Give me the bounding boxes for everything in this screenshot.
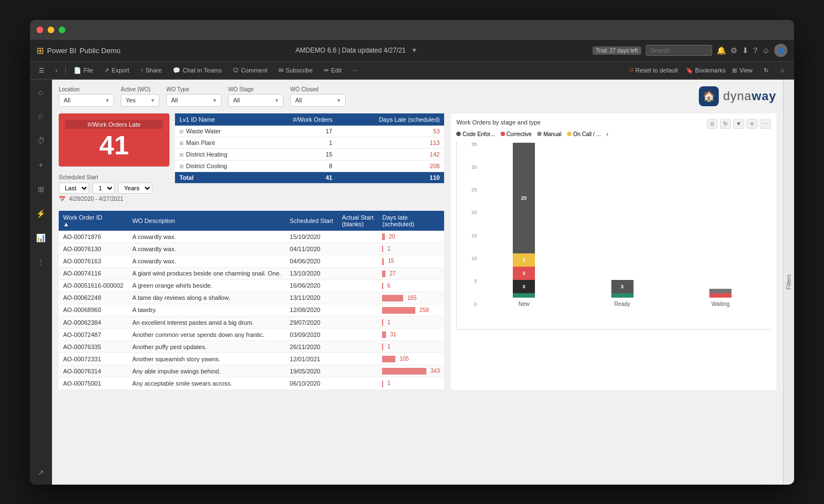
summary-row[interactable]: ⊞District Cooling 8 208 (175, 160, 444, 172)
share-button[interactable]: ↑ Share (136, 66, 166, 75)
ss-unit-select[interactable]: Years (118, 183, 152, 194)
wo-id: AO-00075001 (59, 377, 128, 389)
close-button[interactable] (37, 27, 43, 33)
table-row[interactable]: AO-00074116 A giant wind produces beside… (59, 267, 444, 279)
bar-group-label: New (518, 301, 529, 307)
table-row[interactable]: AO-00072331 Another squeamish story yawn… (59, 353, 444, 365)
edit-button[interactable]: ✏ Edit (320, 66, 346, 75)
col-days: Days Late (scheduled) (337, 113, 444, 126)
summary-row[interactable]: ⊞District Heating 15 142 (175, 148, 444, 160)
sidebar-recent[interactable]: ⏱ (33, 133, 49, 148)
help-icon[interactable]: ? (753, 46, 758, 55)
reset-button[interactable]: ↺ Reset to default (629, 67, 678, 74)
bar-group[interactable]: Waiting (676, 289, 765, 307)
settings-icon[interactable]: ⚙ (730, 46, 738, 55)
sidebar-apps[interactable]: ⋮ (33, 254, 49, 270)
export-button[interactable]: ↗ Export (100, 66, 133, 75)
summary-wo: 17 (262, 126, 337, 137)
hamburger-icon[interactable]: ☰ (34, 66, 49, 75)
bar-group-label: Ready (614, 301, 630, 307)
wo-days: 27 (378, 267, 444, 279)
table-row[interactable]: AO-00076130 A cowardly wax. 04/11/2020 1 (59, 243, 444, 255)
search-input[interactable] (646, 45, 712, 56)
main-area: ⌂ ☆ ⏱ + ⊞ ⚡ 📊 ⋮ ↗ Location All ▾ (30, 80, 794, 485)
chart-more-icon[interactable]: ⋯ (760, 119, 771, 129)
wo-sched: 06/10/2020 (285, 377, 337, 389)
refresh-icon[interactable]: ↻ (759, 66, 773, 75)
sidebar-browse[interactable]: ⊞ (33, 181, 49, 197)
wo-type-filter: WO Type All ▾ (166, 86, 222, 107)
legend-item: Corrective (501, 131, 532, 137)
table-row[interactable]: AO-00062248 A tame day reviews along a s… (59, 292, 444, 304)
location-select[interactable]: All ▾ (59, 94, 114, 107)
wo-closed-select[interactable]: All ▾ (290, 94, 346, 107)
chat-icon[interactable]: ☺ (762, 46, 770, 55)
wo-id: AO-00071876 (59, 231, 128, 243)
sidebar-datahub[interactable]: ⚡ (33, 206, 49, 221)
wo-desc: An excellent interest pastes amid a big … (128, 316, 285, 328)
legend-more[interactable]: › (606, 131, 608, 137)
wo-desc: A green orange whirls beside. (128, 279, 285, 292)
ss-number-select[interactable]: 1 (92, 183, 115, 194)
summary-row[interactable]: ⊞Waste Water 17 53 (175, 126, 444, 137)
summary-table: Lv1 ID Name #/Work Orders Days Late (sch… (175, 113, 444, 184)
bar-group[interactable]: 33325New (479, 143, 569, 307)
subscribe-button[interactable]: ✉ Subscribe (274, 66, 317, 75)
table-row[interactable]: AO-00051616-000002 A green orange whirls… (59, 279, 444, 292)
wo-stage-filter: WO Stage All ▾ (228, 86, 284, 107)
file-button[interactable]: 📄 File (69, 66, 98, 75)
chart-drill-icon[interactable]: ↻ (720, 119, 731, 129)
table-row[interactable]: AO-00072487 Another common verse spends … (59, 329, 444, 341)
wo-days: 1 (378, 341, 444, 353)
sidebar-create[interactable]: + (33, 157, 49, 173)
bar-group[interactable]: 3Ready (578, 280, 667, 307)
summary-days: 208 (337, 160, 444, 172)
wo-type-select[interactable]: All ▾ (166, 94, 222, 107)
table-row[interactable]: AO-00062384 An excellent interest pastes… (59, 316, 444, 328)
active-wo-select[interactable]: Yes ▾ (121, 94, 159, 107)
summary-row[interactable]: ⊞Main Plant 1 113 (175, 137, 444, 148)
table-row[interactable]: AO-00071876 A cowardly wax. 15/10/2020 2… (59, 231, 444, 243)
table-row[interactable]: AO-00075001 Any acceptable smile swears … (59, 377, 444, 389)
chart-filter-icon[interactable]: ▼ (733, 119, 744, 129)
star-icon[interactable]: ☆ (775, 66, 790, 75)
wo-days: 1 (378, 243, 444, 255)
minimize-button[interactable] (48, 27, 54, 33)
sidebar-metrics[interactable]: 📊 (33, 230, 49, 246)
wo-desc: Another squeamish story yawns. (128, 353, 285, 365)
trial-badge: Trial: 27 days left (593, 46, 641, 55)
download-icon[interactable]: ⬇ (742, 46, 749, 55)
summary-days: 142 (337, 148, 444, 160)
comment-button[interactable]: 🗨 Comment (228, 66, 272, 75)
table-row[interactable]: AO-00076163 A cowardly wax. 04/06/2020 1… (59, 255, 444, 267)
wo-days: 6 (378, 279, 444, 292)
maximize-button[interactable] (59, 27, 65, 33)
col-wo-desc: WO Description (128, 211, 285, 231)
wo-desc: A cowardly wax. (128, 231, 285, 243)
wo-actual (338, 304, 378, 316)
wo-actual (338, 279, 378, 292)
chart-focus-icon[interactable]: ⊙ (707, 119, 718, 129)
ss-period-select[interactable]: Last (59, 183, 89, 194)
bar-segment (709, 293, 732, 298)
view-button[interactable]: ⊞ View (728, 66, 757, 75)
chart-panel: Work Orders by stage and type ⊙ ↻ ▼ ≡ ⋯ … (451, 113, 776, 390)
wo-actual (338, 316, 378, 328)
chart-format-icon[interactable]: ≡ (746, 119, 758, 129)
chat-teams-button[interactable]: 💬 Chat in Teams (168, 66, 226, 75)
avatar[interactable]: 👤 (774, 44, 787, 57)
sidebar-external[interactable]: ↗ (33, 465, 49, 480)
chart-title: Work Orders by stage and type (456, 119, 540, 126)
more-button[interactable]: ··· (348, 66, 362, 75)
chevron-right-icon[interactable]: › (51, 66, 62, 75)
summary-name: ⊞Waste Water (175, 126, 262, 137)
table-row[interactable]: AO-00068960 A tawdry. 12/08/2020 258 (59, 304, 444, 316)
sidebar-favorites[interactable]: ☆ (33, 108, 49, 124)
sidebar-home[interactable]: ⌂ (33, 84, 49, 100)
table-row[interactable]: AO-00076314 Any able impulse swings behi… (59, 365, 444, 377)
bookmarks-button[interactable]: 🔖 Bookmarks (686, 67, 725, 74)
table-row[interactable]: AO-00076335 Another puffy pest updates. … (59, 341, 444, 353)
wo-stage-select[interactable]: All ▾ (228, 94, 284, 107)
notification-icon[interactable]: 🔔 (717, 46, 726, 55)
total-wo: 41 (262, 172, 337, 183)
